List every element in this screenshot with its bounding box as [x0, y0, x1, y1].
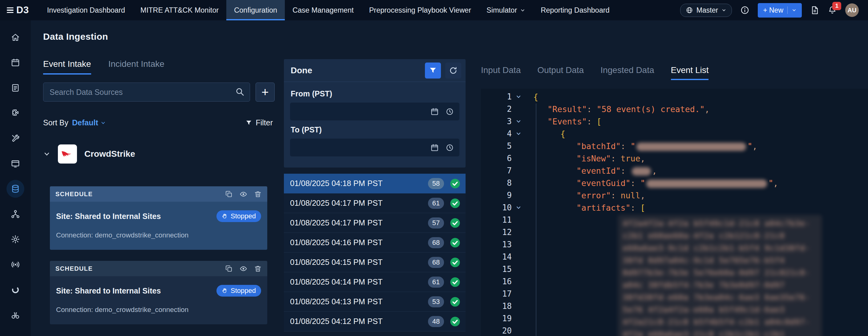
sidebar-item-usage[interactable]	[0, 277, 31, 302]
sidebar-icon-wrap	[6, 104, 24, 122]
clock-icon[interactable]	[445, 108, 454, 116]
line-number: 8	[481, 178, 512, 188]
main-content: Data Ingestion Event IntakeIncident Inta…	[31, 20, 868, 336]
master-label: Master	[696, 6, 718, 14]
collapse-icon[interactable]	[512, 118, 525, 124]
nav-item-case-management[interactable]: Case Management	[285, 0, 362, 20]
clock-icon[interactable]	[445, 144, 454, 152]
sidebar-item-home[interactable]	[0, 25, 31, 50]
notifications-bell[interactable]: 1	[828, 5, 837, 15]
code-line: 2"Result": "58 event(s) created.",	[481, 103, 868, 115]
tab-ingested-data[interactable]: Ingested Data	[600, 65, 654, 80]
queue-refresh-button[interactable]	[445, 63, 461, 79]
batch-row[interactable]: 01/08/2025 04:16 PM PST68	[284, 233, 466, 252]
notification-badge: 1	[832, 2, 841, 10]
site-label: Site: Shared to Internal Sites	[56, 286, 161, 295]
filter-icon	[429, 66, 437, 74]
batch-row[interactable]: 01/08/2025 04:15 PM PST68	[284, 252, 466, 272]
tab-event-intake[interactable]: Event Intake	[43, 59, 91, 74]
sidebar-item-monitor[interactable]	[0, 151, 31, 176]
batch-timestamp: 01/08/2025 04:15 PM PST	[290, 258, 383, 267]
chevron-down-icon[interactable]	[43, 150, 51, 158]
data-source-group[interactable]: CrowdStrike	[43, 145, 275, 163]
sidebar-item-binoculars[interactable]	[0, 302, 31, 328]
sidebar-item-report[interactable]	[0, 75, 31, 100]
status-badge[interactable]: Stopped	[216, 285, 261, 297]
delete-icon[interactable]	[254, 190, 262, 198]
batch-list: 01/08/2025 04:18 PM PST5801/08/2025 04:1…	[284, 174, 466, 336]
sidebar-item-integrations[interactable]	[0, 100, 31, 126]
new-button[interactable]: + New	[758, 3, 802, 18]
success-icon	[450, 217, 461, 228]
search-data-sources-input[interactable]	[43, 83, 250, 102]
logo-text: D3	[16, 5, 29, 16]
sort-by-dropdown[interactable]: Default	[72, 118, 106, 127]
nav-item-reporting-dashboard[interactable]: Reporting Dashboard	[533, 0, 617, 20]
line-number: 20	[481, 326, 512, 335]
sidebar-item-tools[interactable]	[0, 126, 31, 151]
schedule-card[interactable]: SCHEDULESite: Shared to Internal SitesSt…	[50, 261, 267, 324]
nav-item-label: Case Management	[292, 6, 354, 14]
nav-item-preprocessing-playbook-viewer[interactable]: Preprocessing Playbook Viewer	[362, 0, 479, 20]
card-type-label: SCHEDULE	[55, 191, 93, 198]
binoculars-icon	[11, 310, 20, 320]
batch-row[interactable]: 01/08/2025 04:18 PM PST58	[284, 174, 466, 193]
document-icon[interactable]	[810, 5, 819, 15]
tab-incident-intake[interactable]: Incident Intake	[108, 59, 164, 74]
tab-input-data[interactable]: Input Data	[481, 65, 521, 80]
sidebar-item-calendar[interactable]	[0, 50, 31, 75]
integrations-icon	[11, 109, 20, 118]
app-body: Data Ingestion Event IntakeIncident Inta…	[0, 20, 868, 336]
filter-button[interactable]: Filter	[245, 118, 273, 127]
copy-icon[interactable]	[225, 190, 233, 198]
sidebar-item-broadcast[interactable]	[0, 252, 31, 277]
add-data-source-button[interactable]: +	[255, 83, 275, 102]
crowdstrike-logo	[58, 145, 77, 163]
sidebar-item-network[interactable]	[0, 202, 31, 227]
calendar-icon[interactable]	[430, 144, 439, 152]
sidebar-item-settings[interactable]	[0, 227, 31, 252]
tab-event-list[interactable]: Event List	[671, 65, 709, 80]
schedule-card[interactable]: SCHEDULESite: Shared to Internal SitesSt…	[50, 186, 267, 250]
collapse-icon[interactable]	[512, 94, 525, 100]
nav-item-investigation-dashboard[interactable]: Investigation Dashboard	[39, 0, 133, 20]
line-number: 16	[481, 277, 512, 286]
event-count-badge: 53	[428, 296, 444, 307]
view-icon[interactable]	[240, 190, 247, 198]
from-date-input[interactable]	[290, 102, 459, 120]
code-line: 7"eventId": ,	[481, 164, 868, 177]
calendar-icon[interactable]	[430, 108, 439, 116]
copy-icon[interactable]	[225, 265, 233, 273]
status-badge[interactable]: Stopped	[216, 210, 261, 222]
sidebar-icon-wrap	[6, 231, 24, 248]
view-icon[interactable]	[240, 265, 247, 273]
batch-row[interactable]: 01/08/2025 04:17 PM PST61	[284, 193, 466, 213]
nav-item-configuration[interactable]: Configuration	[226, 0, 285, 20]
info-icon[interactable]	[740, 5, 749, 15]
sidebar-icon-wrap	[6, 79, 24, 97]
tab-output-data[interactable]: Output Data	[537, 65, 584, 80]
line-number: 4	[481, 129, 512, 138]
sidebar-icon-wrap	[6, 28, 24, 46]
batch-row[interactable]: 01/08/2025 04:12 PM PST48	[284, 312, 466, 331]
d3-logo[interactable]: D3	[7, 0, 29, 20]
usage-icon	[11, 285, 20, 295]
search-icon[interactable]	[235, 87, 245, 96]
batch-row[interactable]: 01/08/2025 04:13 PM PST53	[284, 292, 466, 312]
event-count-badge: 61	[428, 198, 444, 209]
logo-bars-icon	[7, 7, 13, 13]
batch-row[interactable]: 01/08/2025 04:14 PM PST61	[284, 272, 466, 292]
code-line: 9"error": null,	[481, 189, 868, 202]
nav-item-simulator[interactable]: Simulator	[479, 0, 533, 20]
code-tokens: "artifacts": [	[577, 203, 645, 213]
batch-row[interactable]: 01/08/2025 04:17 PM PST57	[284, 213, 466, 233]
collapse-icon[interactable]	[512, 130, 525, 137]
nav-item-mitre-att-ck-monitor[interactable]: MITRE ATT&CK Monitor	[133, 0, 226, 20]
delete-icon[interactable]	[254, 265, 262, 273]
master-dropdown[interactable]: Master	[680, 4, 732, 17]
avatar[interactable]: AU	[845, 3, 859, 17]
to-date-input[interactable]	[290, 139, 459, 156]
sidebar-item-database[interactable]	[0, 176, 31, 202]
queue-filter-button[interactable]	[425, 63, 441, 79]
collapse-icon[interactable]	[512, 205, 525, 211]
